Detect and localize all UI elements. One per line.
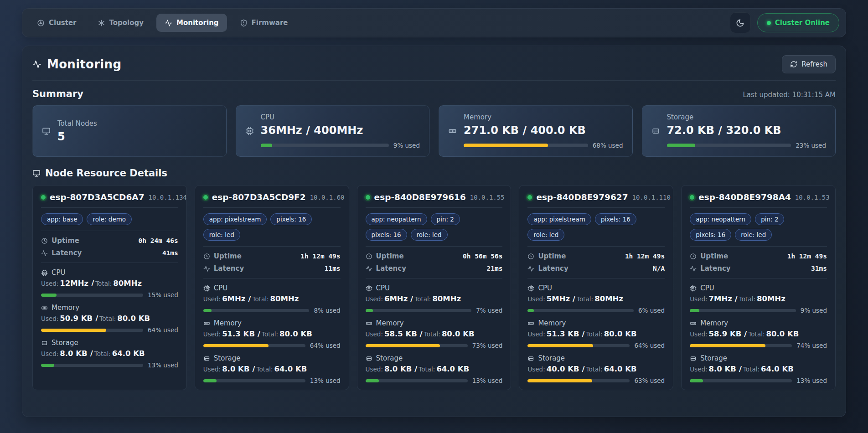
node-card: esp-840D8E979616 10.0.1.55 app: neopatte… xyxy=(357,185,512,390)
progress-track xyxy=(203,379,305,382)
uptime-row: Uptime 0h 56m 56s xyxy=(366,252,503,260)
divider xyxy=(41,207,178,208)
cpu-used-value: 6MHz xyxy=(222,294,245,303)
latency-value: 31ms xyxy=(811,265,827,272)
memory-total-value: 80.0 KB xyxy=(766,330,799,338)
cpu-label: CPU xyxy=(214,284,228,292)
progress-fill xyxy=(366,309,373,312)
latency-value: N/A xyxy=(653,265,665,272)
shield-alert-icon xyxy=(240,19,248,27)
storage-resource: Storage Used:8.0 KB/Total:64.0 KB 13% us… xyxy=(366,354,503,384)
cpu-total-value: 80MHz xyxy=(270,294,299,303)
progress-fill xyxy=(366,379,379,382)
node-name: esp-807D3A5CD9F2 xyxy=(212,192,306,202)
node-name: esp-807D3A5CD6A7 xyxy=(50,192,145,202)
node-online-dot-icon xyxy=(41,195,46,200)
activity-icon xyxy=(41,250,48,257)
summary-card: Storage 72.0 KB / 320.0 KB 23% used xyxy=(642,105,836,157)
cpu-resource: CPU Used:12MHz/Total:80MHz 15% used xyxy=(41,268,178,299)
percent-used-label: 13% used xyxy=(796,377,827,384)
summary-card-label: Memory xyxy=(464,113,623,121)
tab-monitoring[interactable]: Monitoring xyxy=(156,14,227,32)
storage-label: Storage xyxy=(376,354,403,362)
cpu-resource: CPU Used:6MHz/Total:80MHz 8% used xyxy=(203,284,341,314)
storage-total-value: 64.0 KB xyxy=(761,365,794,373)
latency-row: Latency 21ms xyxy=(366,264,503,273)
divider xyxy=(366,278,503,278)
memory-icon xyxy=(366,320,372,327)
latency-label: Latency xyxy=(538,264,568,273)
node-badge: app: base xyxy=(41,213,83,225)
divider xyxy=(690,207,827,208)
memory-used-value: 58.9 KB xyxy=(709,330,742,338)
node-card-header: esp-807D3A5CD9F2 10.0.1.60 xyxy=(203,192,341,202)
cpu-icon xyxy=(527,285,534,292)
storage-icon xyxy=(651,127,660,135)
memory-usage-text: Used:51.3 KB/Total:80.0 KB xyxy=(527,330,665,338)
refresh-button[interactable]: Refresh xyxy=(782,55,836,73)
progress-track xyxy=(667,144,791,147)
status-dot-icon xyxy=(767,21,771,25)
uptime-row: Uptime 1h 12m 49s xyxy=(203,252,341,260)
tab-firmware-label: Firmware xyxy=(252,19,288,27)
node-badge: app: pixelstream xyxy=(527,213,591,225)
summary-card-value: 5 xyxy=(57,130,217,143)
memory-total-value: 80.0 KB xyxy=(117,314,150,323)
latency-value: 11ms xyxy=(325,265,341,272)
memory-icon xyxy=(527,320,534,327)
storage-total-value: 64.0 KB xyxy=(112,349,145,358)
storage-total-value: 64.0 KB xyxy=(604,365,637,373)
tab-cluster[interactable]: Cluster xyxy=(29,14,85,32)
cpu-usage-text: Used:5MHz/Total:80MHz xyxy=(527,294,665,303)
node-cards: esp-807D3A5CD6A7 10.0.1.134 app: baserol… xyxy=(32,185,836,390)
progress-fill xyxy=(527,309,534,312)
latency-label: Latency xyxy=(700,264,730,273)
memory-resource: Memory Used:58.9 KB/Total:80.0 KB 74% us… xyxy=(690,319,827,349)
memory-total-value: 80.0 KB xyxy=(279,330,312,338)
progress-fill xyxy=(464,144,548,147)
storage-resource: Storage Used:40.0 KB/Total:64.0 KB 63% u… xyxy=(527,354,665,384)
divider xyxy=(41,231,178,231)
node-details-heading: Node Resource Details xyxy=(45,168,167,179)
progress-fill xyxy=(41,329,106,332)
progress-fill xyxy=(527,344,593,347)
progress-fill xyxy=(690,344,765,347)
storage-icon xyxy=(203,355,210,362)
cpu-resource: CPU Used:6MHz/Total:80MHz 7% used xyxy=(366,284,503,314)
progress-fill xyxy=(261,144,272,147)
tab-firmware[interactable]: Firmware xyxy=(232,14,296,32)
progress-track xyxy=(690,344,792,347)
cpu-used-value: 6MHz xyxy=(384,294,408,303)
storage-used-value: 8.0 KB xyxy=(384,365,412,373)
node-ip: 10.0.1.55 xyxy=(470,194,505,201)
summary-card-value: 36MHz / 400MHz xyxy=(261,124,420,137)
cpu-total-value: 80MHz xyxy=(113,279,142,288)
node-badge: pin: 2 xyxy=(431,213,460,225)
summary-card-label: Total Nodes xyxy=(57,119,217,128)
uptime-label: Uptime xyxy=(376,252,404,260)
node-badge: pin: 2 xyxy=(755,213,784,225)
latency-row: Latency 41ms xyxy=(41,249,178,257)
activity-icon xyxy=(527,265,534,272)
uptime-label: Uptime xyxy=(700,252,728,260)
cluster-status-label: Cluster Online xyxy=(775,19,830,27)
cpu-usage-text: Used:12MHz/Total:80MHz xyxy=(41,279,178,288)
memory-label: Memory xyxy=(214,319,242,327)
node-ip: 10.0.1.134 xyxy=(149,194,187,201)
theme-toggle-button[interactable] xyxy=(730,12,751,33)
tab-topology[interactable]: Topology xyxy=(89,14,152,32)
percent-used-label: 8% used xyxy=(314,307,340,314)
storage-resource: Storage Used:8.0 KB/Total:64.0 KB 13% us… xyxy=(690,354,827,384)
progress-track xyxy=(366,379,468,382)
storage-label: Storage xyxy=(538,354,565,362)
progress-track xyxy=(527,309,634,312)
node-badge: pixels: 16 xyxy=(690,229,731,241)
cpu-label: CPU xyxy=(538,284,552,292)
refresh-icon xyxy=(790,61,797,68)
divider xyxy=(690,278,827,278)
percent-used-label: 13% used xyxy=(472,377,503,384)
cpu-resource: CPU Used:5MHz/Total:80MHz 6% used xyxy=(527,284,665,314)
memory-total-value: 80.0 KB xyxy=(442,330,475,338)
cpu-icon xyxy=(245,127,254,135)
memory-icon xyxy=(690,320,697,327)
